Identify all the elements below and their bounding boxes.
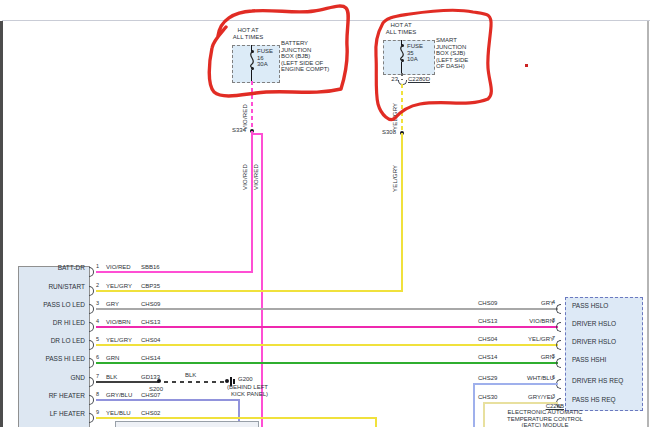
bjb-box-label: BATTERY JUNCTION BOX (BJB) (LEFT SIDE OF… [281, 40, 329, 73]
pin-number: 5 [96, 336, 99, 342]
circuit-code-label: CHS09 [478, 300, 497, 307]
fuse16-amps: 30A [257, 61, 273, 68]
sjb-pin-number: 23 [386, 76, 398, 83]
bjb-hot-line2: ALL TIMES [226, 34, 270, 41]
page-right-border [647, 21, 649, 427]
module-pin-label-pass-hs-req: PASS HS REQ [572, 396, 616, 403]
sjb-label-line: OF DASH) [436, 63, 468, 70]
pin-label-run-start: RUN/START [20, 283, 85, 290]
circuit-code-label: SBB16 [141, 264, 160, 271]
pin-arc [89, 413, 94, 423]
wire-viored-feed-dashed [251, 81, 253, 130]
fuse16-lead-bottom [251, 70, 252, 81]
splice-dot-s200 [157, 379, 161, 383]
pin-number: 5 [544, 353, 555, 359]
pin-arc [89, 267, 94, 277]
splice-s308-label: S308 [376, 129, 396, 136]
wire-driver-hs-req-vertical [473, 383, 475, 427]
circuit-code-label: CHS13 [478, 318, 497, 325]
bjb-label-line: ENGINE COMPT) [281, 66, 329, 73]
eatc-module-name: ELECTRONIC AUTOMATIC TEMPERATURE CONTROL… [495, 409, 595, 427]
cutoff-box-bottom [115, 421, 259, 427]
pin-arc [89, 322, 94, 332]
page-left-border [0, 21, 3, 427]
ground-symbol-bar2 [233, 379, 235, 384]
module-pin-label-driver-hslo: DRIVER HSLO [572, 320, 616, 327]
page-separator-line [2, 20, 650, 21]
splice-s334-label: S334 [224, 127, 246, 134]
pin-label-batt-dr: BATT-DR [20, 264, 85, 271]
pin-arc [556, 304, 561, 314]
wire-lf-heater-vertical [375, 417, 377, 427]
module-pin-label-driver-hs-req: DRIVER HS REQ [572, 377, 623, 384]
wire-color-label: GRN [106, 355, 119, 362]
wire-label-viored-a: VIO/RED [242, 146, 248, 190]
circuit-code-label: CHS04 [478, 336, 497, 343]
circuit-code-label: CHS13 [141, 319, 160, 326]
wire-yelgry-feed-dashed [401, 84, 403, 131]
wire-pass-hi-led [96, 362, 558, 364]
sjb-box-label: SMART JUNCTION BOX (SJB) (LEFT SIDE OF D… [436, 37, 468, 70]
pin-number: 6 [96, 354, 99, 360]
pin-label-lf-heater: LF HEATER [20, 410, 85, 417]
wire-batt-dr [96, 271, 253, 273]
eatc-module-block [565, 297, 643, 411]
pin-arc [89, 395, 94, 405]
wire-lf-heater [96, 417, 377, 419]
circuit-code-label: CHS04 [141, 337, 160, 344]
pin-number: 7 [544, 335, 555, 341]
wire-driver-hs-req [474, 383, 558, 385]
wire-color-label: YEL/GRY [106, 283, 132, 290]
circuit-code-label: CHS02 [141, 410, 160, 417]
wire-label-yelgry-main: YEL/GRY [392, 148, 398, 192]
wire-label-viored-feed: VIO/RED [242, 90, 248, 130]
pin-arc [556, 322, 561, 332]
pin-label-pass-lo-led: PASS LO LED [20, 301, 85, 308]
left-connector-block [18, 266, 90, 427]
wire-viored-branch-b [261, 133, 263, 427]
pin-number: 4 [544, 299, 555, 305]
sjb-connector-code: C2280D [408, 76, 430, 83]
ground-g200-label: G200 [238, 376, 253, 383]
pin-arc [89, 340, 94, 350]
fuse16-label: FUSE 16 30A [257, 48, 273, 68]
pin-arc [89, 358, 94, 368]
pin-label-dr-lo-led: DR LO LED [20, 337, 85, 344]
sjb-hot-label: HOT AT ALL TIMES [378, 22, 424, 35]
pin-number: 2 [96, 282, 99, 288]
fuse35-amps: 10A [407, 56, 423, 63]
wire-pass-lo-led [96, 308, 558, 310]
pin-number: 8 [544, 317, 555, 323]
circuit-code-label: CHS14 [141, 355, 160, 362]
wire-color-label: YEL/BLU [106, 410, 131, 417]
wire-color-label: YEL/GRY [106, 337, 132, 344]
circuit-code-label: CHS29 [478, 375, 497, 382]
pin-number: 9 [96, 409, 99, 415]
wire-color-label: GRY/BLU [106, 392, 132, 399]
wire-color-label: VIO/RED [106, 264, 131, 271]
wire-color-label: GRY [106, 301, 119, 308]
pin-number: 8 [96, 391, 99, 397]
pin-arc [89, 286, 94, 296]
pin-number: 1 [96, 263, 99, 269]
pin-arc [556, 358, 561, 368]
module-pin-label-pass-hshi: PASS HSHI [572, 356, 606, 363]
wire-gnd-dashed [164, 381, 224, 383]
fuse35-word: FUSE [407, 43, 423, 50]
sjb-label-line: BOX (SJB) [436, 50, 468, 57]
pin-arc [556, 340, 561, 350]
wire-color-label-blk: BLK [185, 372, 196, 379]
fuse35-terminal-top [401, 44, 404, 47]
eatc-name-line3: (EATC) MODULE [495, 422, 595, 427]
fuse35-lead-bottom [401, 62, 402, 73]
fuse16-word: FUSE [257, 48, 273, 55]
wire-label-viored-b: VIO/RED [253, 146, 259, 190]
pin-label-dr-hi-led: DR HI LED [20, 319, 85, 326]
pin-number: 6 [544, 374, 555, 380]
wire-color-label: VIO/BRN [106, 319, 131, 326]
wiring-diagram-page: HOT AT ALL TIMES FUSE 16 30A BATTERY JUN… [0, 0, 650, 427]
pin-number: 7 [96, 373, 99, 379]
eatc-name-line1: ELECTRONIC AUTOMATIC [495, 409, 595, 416]
circuit-code-label: CBP35 [141, 283, 160, 290]
red-mark-dot [525, 64, 528, 67]
